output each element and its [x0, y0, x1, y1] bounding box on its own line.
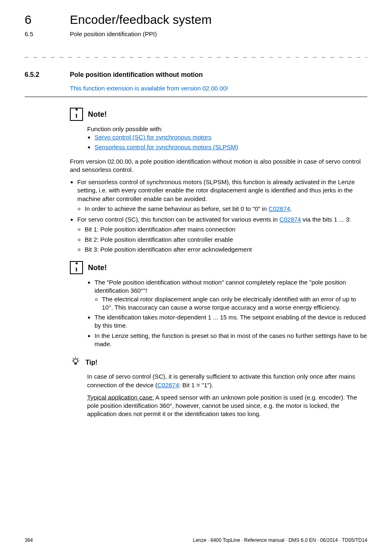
section-title: Pole position identification without mot… — [70, 70, 203, 79]
info-icon: ı — [70, 261, 83, 274]
tip-paragraph: In case of servo control (SC), it is gen… — [87, 372, 367, 389]
list-item: Servo control (SC) for synchronous motor… — [95, 133, 367, 141]
subsection-number: 6.5 — [25, 30, 70, 38]
section-number: 6.5.2 — [25, 70, 70, 79]
lightbulb-icon — [70, 356, 81, 369]
list-item: The "Pole position identification withou… — [95, 278, 367, 312]
link-c02874[interactable]: C02874 — [279, 216, 301, 223]
footer-text: Lenze · 8400 TopLine · Reference manual … — [193, 537, 367, 543]
chapter-title: Encoder/feedback system — [70, 12, 212, 28]
list-item: Bit 3: Pole position identification afte… — [85, 245, 367, 254]
link-c02874[interactable]: C02874 — [269, 205, 291, 212]
list-item: Bit 2: Pole position identification afte… — [85, 236, 367, 244]
tip-label: Tip! — [85, 358, 97, 367]
list-item: Sensorless control for synchronous motor… — [95, 143, 367, 151]
list-item: In order to achieve the same behaviour a… — [85, 205, 367, 213]
link-c02874[interactable]: C02874 — [157, 382, 179, 388]
list-item: For servo control (SC), this function ca… — [77, 215, 367, 254]
link-sensorless-control[interactable]: Sensorless control for synchronous motor… — [95, 143, 238, 150]
note-lead: Function only possible with: — [87, 125, 367, 133]
list-item: Bit 1: Pole position identification afte… — [85, 225, 367, 234]
separator-dashes: _ _ _ _ _ _ _ _ _ _ _ _ _ _ _ _ _ _ _ _ … — [25, 50, 367, 58]
svg-point-0 — [74, 359, 78, 363]
link-servo-control[interactable]: Servo control (SC) for synchronous motor… — [95, 134, 211, 141]
subsection-title: Pole position identification (PPI) — [70, 30, 157, 38]
horizontal-rule — [25, 97, 367, 97]
info-icon: ı — [70, 108, 83, 121]
note-label: Note! — [88, 263, 107, 273]
svg-line-6 — [78, 358, 79, 359]
note-label: Note! — [88, 109, 107, 119]
svg-rect-1 — [75, 363, 76, 364]
svg-line-5 — [73, 358, 74, 359]
version-note-link[interactable]: This function extension is available fro… — [70, 84, 367, 92]
list-item: For sensorless control of synchronous mo… — [77, 178, 367, 213]
list-item: The identification takes motor-dependent… — [95, 313, 367, 330]
list-item: The electrical rotor displacement angle … — [102, 295, 367, 312]
chapter-number: 6 — [25, 12, 70, 28]
page-number: 364 — [25, 537, 33, 543]
tip-paragraph: Typical application case: A speed sensor… — [87, 393, 367, 419]
list-item: In the Lenze setting, the function is pr… — [95, 332, 367, 349]
body-paragraph: From version 02.00.00, a pole position i… — [70, 157, 367, 174]
